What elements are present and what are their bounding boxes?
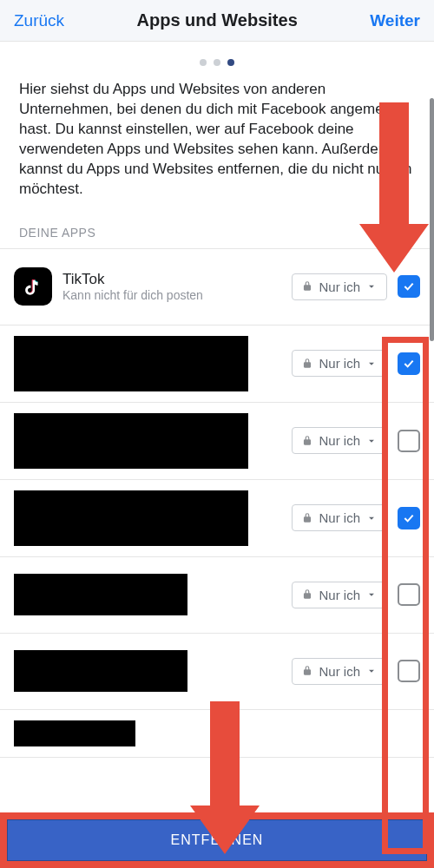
back-button[interactable]: Zurück: [14, 11, 64, 30]
app-row-partial: [0, 710, 434, 758]
app-row-tiktok: TikTok Kann nicht für dich posten Nur ic…: [0, 249, 434, 326]
chevron-down-icon: [365, 512, 378, 524]
redacted-app-icon: [14, 336, 248, 391]
next-button[interactable]: Weiter: [370, 11, 420, 30]
chevron-down-icon: [365, 589, 378, 601]
tiktok-icon: [14, 267, 52, 306]
privacy-select[interactable]: Nur ich: [292, 350, 387, 377]
app-row-redacted: Nur ich: [0, 634, 434, 710]
app-name: TikTok: [62, 271, 292, 288]
checkbox[interactable]: [398, 583, 420, 606]
chevron-down-icon: [365, 665, 378, 677]
dot-2: [214, 59, 220, 66]
section-label: DEINE APPS: [0, 226, 434, 248]
checkbox[interactable]: [398, 352, 420, 375]
app-row-redacted: Nur ich: [0, 557, 434, 634]
privacy-select[interactable]: Nur ich: [292, 582, 387, 608]
privacy-label: Nur ich: [319, 356, 360, 371]
app-row-redacted: Nur ich: [0, 480, 434, 557]
redacted-app-icon: [14, 490, 248, 546]
privacy-select[interactable]: Nur ich: [292, 504, 387, 531]
lock-icon: [301, 358, 313, 370]
redacted-app-icon: [14, 720, 135, 746]
lock-icon: [301, 435, 313, 447]
page-title: Apps und Websites: [137, 10, 298, 30]
app-list: TikTok Kann nicht für dich posten Nur ic…: [0, 248, 434, 758]
chevron-down-icon: [365, 358, 378, 370]
description-text: Hier siehst du Apps und Websites von and…: [0, 80, 434, 226]
app-row-redacted: Nur ich: [0, 403, 434, 480]
privacy-label: Nur ich: [319, 588, 360, 602]
remove-bar: ENTFERNEN: [0, 812, 434, 868]
lock-icon: [301, 665, 313, 677]
lock-icon: [301, 280, 313, 293]
redacted-app-icon: [14, 650, 187, 692]
checkbox[interactable]: [398, 507, 420, 529]
privacy-label: Nur ich: [319, 279, 360, 294]
scrollbar[interactable]: [430, 98, 434, 341]
privacy-select[interactable]: Nur ich: [292, 427, 387, 454]
privacy-label: Nur ich: [319, 433, 360, 448]
privacy-select[interactable]: Nur ich: [292, 273, 387, 300]
app-subtitle: Kann nicht für dich posten: [62, 288, 292, 303]
app-row-redacted: Nur ich: [0, 326, 434, 403]
checkbox[interactable]: [398, 275, 420, 298]
redacted-app-icon: [14, 413, 248, 469]
privacy-label: Nur ich: [319, 510, 360, 525]
checkbox[interactable]: [398, 430, 420, 452]
app-info: TikTok Kann nicht für dich posten: [62, 271, 292, 303]
lock-icon: [301, 589, 313, 601]
privacy-label: Nur ich: [319, 664, 360, 679]
chevron-down-icon: [365, 435, 378, 447]
dot-1: [200, 59, 207, 66]
content-area: Hier siehst du Apps und Websites von and…: [0, 42, 434, 858]
dot-3: [227, 59, 234, 66]
chevron-down-icon: [365, 280, 378, 293]
lock-icon: [301, 512, 313, 524]
checkbox[interactable]: [398, 660, 420, 682]
redacted-app-icon: [14, 574, 187, 615]
privacy-select[interactable]: Nur ich: [292, 658, 387, 685]
page-indicator: [0, 42, 434, 80]
header: Zurück Apps und Websites Weiter: [0, 0, 434, 42]
remove-button[interactable]: ENTFERNEN: [7, 819, 427, 861]
